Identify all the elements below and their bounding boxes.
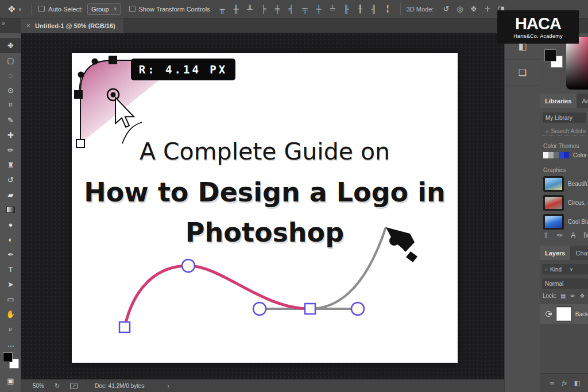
align-right-edges-icon[interactable]: ╡ [287,5,296,13]
tools-panel: ✥▢◌⊙⌗✎✚✏♜↺▰●◐✒T➤▭✋⌕⋯▣❐ [0,33,21,392]
foreground-color-swatch[interactable] [544,49,556,61]
canvas-pasteboard[interactable]: R: 4.14 PX A Complete Guide on How to De… [21,33,504,379]
distribute-bottom-edges-icon[interactable]: ╧ [328,5,337,13]
lock-label: Lock: [543,293,556,299]
shapes-panel-icon[interactable]: ❏ [505,60,540,86]
lock-move-icon[interactable]: ✥ [580,293,585,299]
show-transform-checkbox[interactable] [129,6,136,12]
graphic-item[interactable]: Circus, o [543,195,588,211]
library-search-input[interactable]: ⌕ Search Adobe [543,127,586,136]
layer-filter-dropdown[interactable]: ⌕ Kind ∨ [542,264,588,274]
blur-tool[interactable]: ● [0,217,21,232]
align-bottom-edges-icon[interactable]: ╨ [246,5,254,13]
character-style-icon[interactable]: A [571,231,575,239]
clone-stamp-tool[interactable]: ♜ [0,157,21,172]
library-select-dropdown[interactable]: My Library [543,112,586,123]
zoom-level-field[interactable]: 50% [33,383,44,389]
libraries-panel: Libraries Adjus My Library ⌕ Search Adob… [540,94,588,246]
mode3d-label: 3D Mode: [407,6,434,13]
lock-paint-icon[interactable]: ✏ [570,293,575,299]
brush-tool[interactable]: ✏ [0,142,21,157]
eyedropper-tool[interactable]: ✎ [0,112,21,127]
graphic-item[interactable]: Cool Blu [543,214,588,230]
align-left-edges-icon[interactable]: ╞ [260,5,268,13]
pen-tool[interactable]: ✒ [0,247,21,262]
blend-mode-dropdown[interactable]: Normal [542,278,588,289]
graphic-thumbnail[interactable] [543,176,564,192]
history-brush-tool[interactable]: ↺ [0,172,21,187]
align-horizontal-centers-icon[interactable]: ╪ [273,5,282,13]
lasso-tool[interactable]: ◌ [0,68,21,83]
tool-preset-chevron-icon[interactable]: ∨ [18,6,22,12]
tab-libraries[interactable]: Libraries [540,94,577,108]
distribute-right-edges-icon[interactable]: ╢ [370,5,378,13]
screen-mode-icon[interactable]: ❐ [0,388,21,392]
toolbar-collapse-icon[interactable]: » [2,20,5,26]
auto-select-mode-value: Group [91,6,109,13]
rectangular-marquee-tool[interactable]: ▢ [0,53,21,68]
lock-transparent-icon[interactable]: ▦ [560,293,566,299]
path-selection-tool[interactable]: ➤ [0,277,21,292]
layer-name: Back [575,311,588,317]
layer-thumbnail[interactable] [556,307,571,321]
healing-brush-tool[interactable]: ✚ [0,127,21,142]
3d-orbit-icon[interactable]: ↺ [442,5,450,13]
auto-select-mode-dropdown[interactable]: Group ∨ [87,3,121,15]
status-options-chevron-icon[interactable]: › [167,383,169,389]
quick-mask-icon[interactable]: ▣ [0,373,21,388]
graphic-thumbnail[interactable] [543,195,564,211]
graphic-name: Circus, o [568,200,588,206]
sync-upload-icon[interactable]: ⇧ [543,231,549,239]
distribute-horizontal-centers-icon[interactable]: ╂ [356,5,365,13]
3d-pan-icon[interactable]: ✥ [469,5,478,13]
rectangle-tool[interactable]: ▭ [0,292,21,306]
3d-roll-icon[interactable]: ◎ [455,5,464,13]
gradient-tool[interactable] [0,202,21,217]
move-tool[interactable]: ✥ [0,38,21,53]
tab-layers[interactable]: Layers [540,246,570,260]
align-top-edges-icon[interactable]: ╥ [218,5,227,13]
distribute-vertical-centers-icon[interactable]: ┼ [315,5,323,13]
saturation-brightness-field[interactable] [566,37,588,90]
artboard[interactable]: R: 4.14 PX A Complete Guide on How to De… [72,53,458,363]
link-layers-icon[interactable]: ∞ [550,379,555,386]
quick-selection-tool[interactable]: ⊙ [0,83,21,98]
3d-slide-icon[interactable]: ✛ [483,5,492,13]
dodge-tool[interactable]: ◐ [0,232,21,247]
type-tool[interactable]: T [0,262,21,277]
distribute-top-edges-icon[interactable]: ╤ [301,5,310,13]
document-tab[interactable]: × Untitled-1 @ 50% (RGB/16) [21,18,123,33]
layer-style-icon[interactable]: fx [583,231,588,239]
search-icon: ⌕ [546,128,549,135]
distribute-left-edges-icon[interactable]: ╟ [342,5,351,13]
color-theme-name: Color Th [573,152,588,158]
theme-color-swatch [543,152,548,158]
export-icon[interactable]: ↗ [70,383,78,389]
graphic-thumbnail[interactable] [543,214,564,230]
layer-visibility-eye-icon[interactable] [546,311,552,317]
zoom-tool[interactable]: ⌕ [0,321,21,336]
rotate-view-icon[interactable]: ↻ [55,382,60,390]
tab-channels[interactable]: Channe [570,246,588,260]
move-tool-icon[interactable]: ✥ [8,4,16,14]
layer-row-background[interactable]: Back [540,304,588,324]
eraser-tool[interactable]: ▰ [0,187,21,202]
edit-toolbar-icon[interactable]: ⋯ [0,339,21,354]
tab-adjustments[interactable]: Adjus [577,94,588,108]
distribute-spacing-icon[interactable]: ╏ [384,5,392,13]
search-icon: ⌕ [545,266,548,273]
foreground-background-swatches[interactable] [3,352,19,368]
color-swatches[interactable] [544,49,563,68]
show-transform-label: Show Transform Controls [139,6,210,13]
layer-mask-icon[interactable]: ◧ [574,379,580,387]
crop-tool[interactable]: ⌗ [0,98,21,112]
foreground-color-swatch[interactable] [3,352,13,362]
graphic-item[interactable]: Beautiful [543,176,588,192]
layer-effects-icon[interactable]: fx [562,379,567,386]
align-vertical-centers-icon[interactable]: ╫ [232,5,241,13]
hand-tool[interactable]: ✋ [0,306,21,321]
auto-select-checkbox[interactable] [38,6,45,12]
close-tab-icon[interactable]: × [26,22,30,30]
brush-library-icon[interactable]: ✑ [557,231,563,239]
color-theme-item[interactable]: Color Th [543,152,588,158]
